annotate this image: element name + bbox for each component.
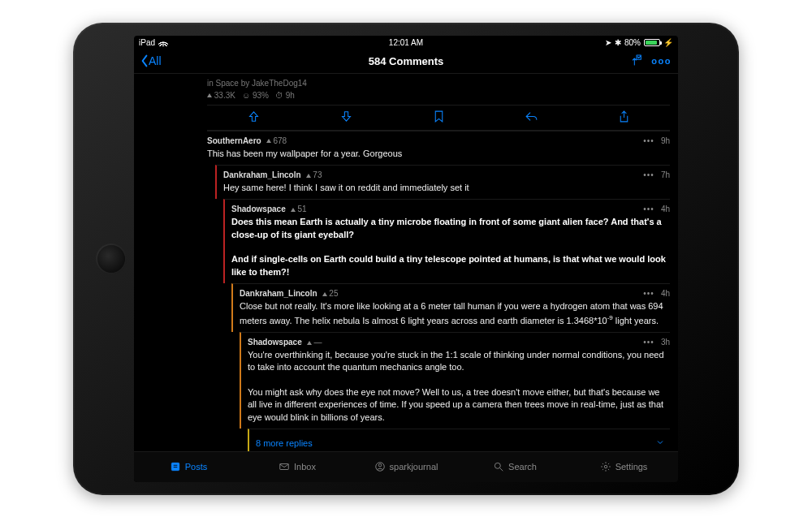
comment-author[interactable]: Shadowspace	[231, 205, 286, 213]
page-title: 584 Comments	[134, 55, 678, 67]
tab-inbox[interactable]: Inbox	[243, 452, 352, 482]
comment-header: Dankraham_Lincoln 25•••4h	[240, 289, 670, 298]
age-stat: ⏱ 9h	[275, 91, 295, 100]
comment[interactable]: Shadowspace 51•••4hDoes this mean Earth …	[223, 199, 670, 283]
tab-posts-label: Posts	[185, 462, 208, 472]
comment-more-icon[interactable]: •••	[643, 338, 654, 347]
svg-rect-1	[280, 464, 289, 470]
bluetooth-icon: ✱	[615, 38, 621, 47]
comment-body: You're overthinking it, because you're s…	[248, 347, 670, 424]
ratio-stat: ☺ 93%	[242, 91, 269, 100]
svg-point-5	[604, 465, 607, 468]
save-button[interactable]	[432, 110, 446, 125]
tab-inbox-label: Inbox	[294, 462, 316, 472]
tab-posts[interactable]: Posts	[134, 452, 243, 482]
comment-more-icon[interactable]: •••	[643, 136, 654, 145]
comment-header: Shadowspace 51•••4h	[231, 205, 670, 213]
svg-point-3	[378, 464, 382, 467]
comment-score: 51	[291, 205, 307, 213]
tab-search-label: Search	[508, 462, 537, 472]
comment[interactable]: Shadowspace —•••3hYou're overthinking it…	[240, 332, 670, 429]
carrier-label: iPad	[139, 38, 155, 47]
comment-age: 9h	[661, 136, 670, 145]
charging-icon: ⚡	[663, 38, 673, 47]
comment-age: 4h	[661, 289, 670, 298]
tab-search[interactable]: Search	[460, 452, 569, 482]
home-button[interactable]	[96, 243, 127, 274]
upvote-icon	[207, 93, 212, 97]
screen: iPad 12:01 AM ➤ ✱ 80% ⚡ All 584 Comments	[134, 36, 678, 482]
svg-rect-0	[171, 463, 179, 470]
upvote-button[interactable]	[247, 110, 261, 125]
comment-age: 7h	[661, 170, 670, 179]
comment[interactable]: Dankraham_Lincoln 73•••7hHey same here! …	[215, 165, 670, 199]
comment-score: 25	[322, 289, 339, 298]
comment-author[interactable]: Shadowspace	[248, 338, 302, 347]
comment[interactable]: Dankraham_Lincoln 25•••4hClose but not r…	[231, 283, 670, 331]
ipad-frame: iPad 12:01 AM ➤ ✱ 80% ⚡ All 584 Comments	[73, 23, 739, 495]
sort-icon[interactable]	[630, 54, 643, 68]
status-bar: iPad 12:01 AM ➤ ✱ 80% ⚡	[134, 36, 678, 50]
comment-header: Dankraham_Lincoln 73•••7h	[223, 170, 670, 179]
comment-more-icon[interactable]: •••	[643, 170, 654, 179]
nav-bar: All 584 Comments ooo	[134, 50, 678, 74]
more-replies-row[interactable]: 8 more replies	[248, 429, 670, 450]
chevron-down-icon	[655, 437, 665, 449]
comment-body: Hey same here! I think I saw it on reddi…	[223, 179, 670, 194]
back-label: All	[149, 54, 162, 67]
tab-bar: Posts Inbox sparkjournal Search Settings	[134, 451, 678, 482]
tab-settings-label: Settings	[615, 462, 648, 472]
comment-body: Does this mean Earth is actually a tiny …	[231, 213, 670, 278]
comment-body: This has been my wallpaper for a year. G…	[207, 145, 670, 160]
reply-button[interactable]	[525, 110, 538, 125]
tab-profile[interactable]: sparkjournal	[352, 452, 460, 482]
tab-profile-label: sparkjournal	[390, 462, 438, 472]
post-stats: 33.3K ☺ 93% ⏱ 9h	[207, 91, 670, 105]
downvote-button[interactable]	[339, 110, 353, 125]
more-replies-label: 8 more replies	[256, 438, 313, 448]
action-row	[207, 105, 670, 131]
comment-header: SouthernAero 678•••9h	[207, 136, 670, 145]
clock: 12:01 AM	[134, 38, 678, 47]
author-link[interactable]: JakeTheDog14	[252, 79, 307, 88]
comment-author[interactable]: Dankraham_Lincoln	[240, 289, 317, 298]
comment-more-icon[interactable]: •••	[643, 205, 654, 213]
comment-author[interactable]: Dankraham_Lincoln	[223, 170, 301, 179]
comment-author[interactable]: SouthernAero	[207, 136, 261, 145]
comment-age: 4h	[661, 205, 670, 213]
battery-percent: 80%	[624, 38, 641, 47]
battery-icon	[644, 39, 660, 46]
svg-point-4	[495, 463, 500, 468]
comment-header: Shadowspace —•••3h	[248, 338, 670, 347]
comment-score: 678	[266, 136, 287, 145]
comment-score: —	[307, 338, 322, 347]
share-button[interactable]	[617, 110, 631, 125]
comment-more-icon[interactable]: •••	[643, 289, 654, 298]
comment-score: 73	[306, 170, 322, 179]
more-options-button[interactable]: ooo	[651, 56, 672, 66]
post-meta: in Space by JakeTheDog14	[207, 74, 670, 91]
comment-body: Close but not really. It's more like loo…	[240, 298, 670, 326]
location-icon: ➤	[605, 38, 611, 47]
content-area[interactable]: in Space by JakeTheDog14 33.3K ☺ 93% ⏱ 9…	[134, 74, 678, 451]
tab-settings[interactable]: Settings	[569, 452, 678, 482]
subreddit-link[interactable]: Space	[216, 79, 239, 88]
wifi-icon	[158, 39, 168, 46]
comment-age: 3h	[661, 338, 670, 347]
comment[interactable]: SouthernAero 678•••9hThis has been my wa…	[207, 131, 670, 165]
back-button[interactable]: All	[140, 54, 162, 67]
